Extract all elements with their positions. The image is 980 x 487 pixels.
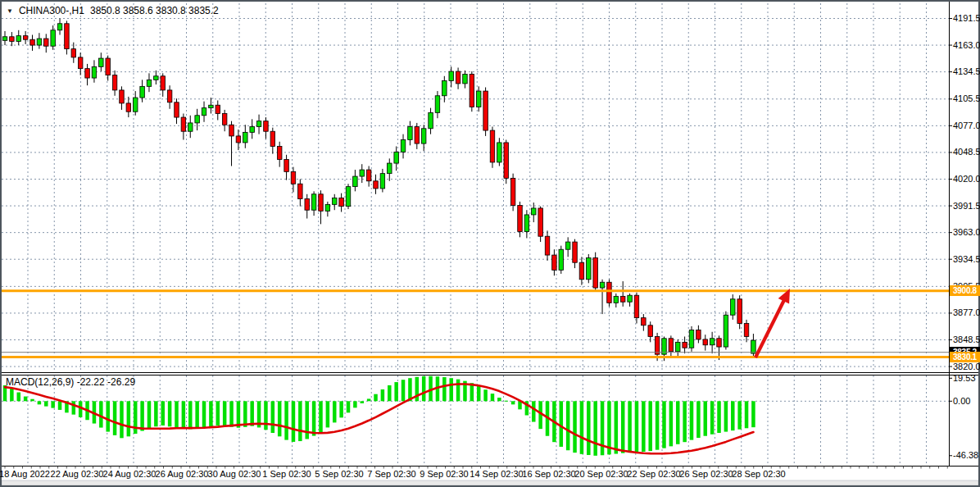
price-axis-label: 4191.5: [953, 13, 980, 23]
support-price-badge: 3830.1: [950, 352, 980, 362]
time-axis-label: 1 Sep 02:30: [262, 469, 311, 479]
macd-axis-label: 0.00: [953, 396, 970, 406]
macd-axis-label: 19.53: [953, 373, 976, 383]
price-axis-label: 4077.0: [953, 121, 980, 130]
price-axis-label: 3848.5: [953, 335, 980, 344]
time-axis-label: 9 Sep 02:30: [420, 469, 468, 479]
macd-indicator-label: MACD(12,26,9) -22.22 -26.29: [6, 376, 135, 388]
macd-signal-line: [5, 385, 753, 454]
price-axis-label: 4163.0: [953, 40, 980, 50]
time-axis-label: 22 Sep 02:30: [627, 469, 680, 479]
time-axis-label: 20 Sep 02:30: [574, 469, 628, 479]
time-axis-label: 24 Aug 02:30: [103, 469, 157, 479]
price-chart-canvas[interactable]: [0, 0, 980, 487]
price-axis-label: 4020.0: [953, 174, 980, 184]
time-axis-label: 28 Sep 02:30: [732, 469, 785, 479]
horizontal-level-lines[interactable]: [2, 291, 949, 357]
price-axis-label: 4134.5: [953, 66, 980, 76]
price-axis-label: 3820.0: [953, 362, 980, 371]
grid-lines: [2, 3, 949, 466]
price-axis-label: 3877.0: [953, 307, 980, 317]
time-axis-label: 5 Sep 02:30: [315, 469, 363, 479]
candlesticks: [2, 19, 755, 362]
symbol-dropdown-icon[interactable]: ▼: [7, 7, 13, 15]
time-axis-label: 14 Sep 02:30: [470, 469, 523, 479]
time-axis-label: 26 Sep 02:30: [679, 469, 733, 479]
price-axis-label: 3963.0: [953, 227, 980, 237]
time-axis-label: 26 Aug 02:30: [156, 469, 209, 479]
time-axis-label: 7 Sep 02:30: [367, 469, 415, 479]
price-axis-label: 4105.5: [953, 93, 980, 103]
time-axis-label: 22 Aug 02:30: [51, 469, 104, 479]
time-axis-label: 30 Aug 02:30: [208, 469, 261, 479]
time-axis-label: 18 Aug 2022: [0, 469, 50, 479]
price-axis-label: 3991.5: [953, 201, 980, 211]
time-axis-label: 16 Sep 02:30: [522, 469, 575, 479]
trading-terminal-window: ▼ CHINA300-,H1 3850.8 3858.6 3830.8 3835…: [0, 0, 980, 487]
macd-axis-label: -46.38: [953, 450, 978, 460]
resistance-price-badge: 3900.8: [950, 285, 980, 296]
ohlc-values: 3850.8 3858.6 3830.8 3835.2: [90, 5, 219, 16]
price-axis-label: 4048.5: [953, 147, 980, 157]
trend-arrow-annotation[interactable]: [755, 289, 790, 357]
chart-legend: ▼ CHINA300-,H1 3850.8 3858.6 3830.8 3835…: [7, 5, 219, 16]
price-axis-label: 3934.5: [953, 254, 980, 264]
symbol-title: CHINA300-,H1: [19, 5, 84, 16]
